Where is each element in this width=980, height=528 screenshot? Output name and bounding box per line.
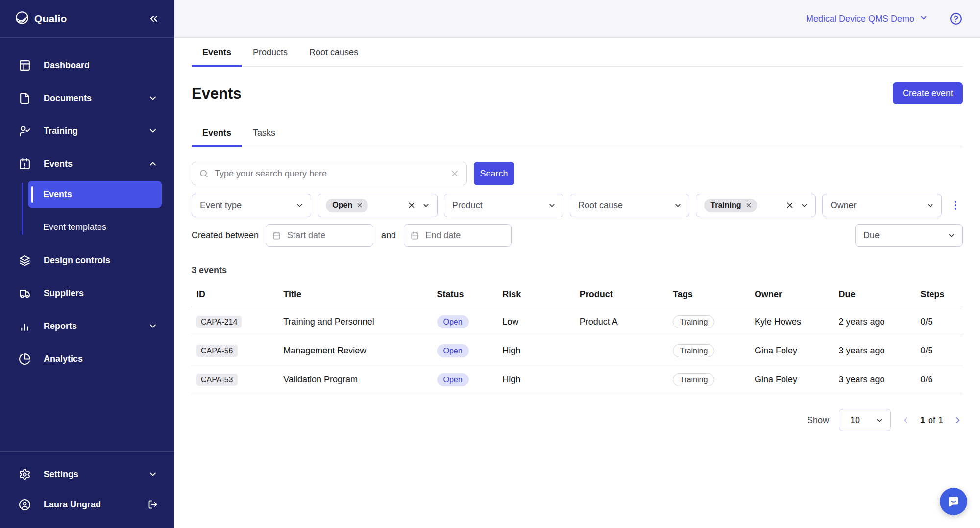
tab-root-causes[interactable]: Root causes bbox=[298, 38, 369, 66]
sidebar-subitem-events[interactable]: Events bbox=[28, 181, 162, 208]
page-separator: of bbox=[928, 415, 935, 426]
event-title[interactable]: Validation Program bbox=[283, 365, 437, 394]
start-date-input[interactable] bbox=[286, 230, 367, 241]
event-due: 3 years ago bbox=[839, 365, 921, 394]
event-id-badge: CAPA-56 bbox=[196, 345, 238, 357]
chevron-down-icon bbox=[148, 469, 158, 479]
search-box bbox=[192, 162, 467, 185]
sidebar-user-row[interactable]: Laura Ungrad bbox=[0, 492, 174, 517]
event-type-filter[interactable]: Event type bbox=[192, 194, 311, 217]
sidebar-header: Qualio bbox=[0, 0, 174, 38]
clear-search-icon[interactable] bbox=[450, 169, 460, 178]
help-icon[interactable] bbox=[950, 12, 962, 25]
status-badge: Open bbox=[437, 315, 469, 328]
sidebar-item-reports[interactable]: Reports bbox=[0, 313, 174, 339]
sidebar-item-events[interactable]: Events bbox=[0, 151, 174, 176]
sidebar-item-label: Documents bbox=[44, 93, 92, 103]
column-header-risk: Risk bbox=[502, 281, 579, 307]
event-id-badge: CAPA-214 bbox=[196, 316, 242, 328]
tab-products[interactable]: Products bbox=[242, 38, 298, 66]
filter-row: Event type Open Product bbox=[192, 194, 963, 217]
remove-chip-icon[interactable] bbox=[745, 202, 752, 209]
event-title[interactable]: Training and Personnel bbox=[283, 307, 437, 336]
table-row[interactable]: CAPA-53 Validation Program Open High Tra… bbox=[192, 365, 963, 394]
chevron-down-icon bbox=[148, 321, 158, 331]
root-cause-filter[interactable]: Root cause bbox=[570, 194, 689, 217]
org-name: Medical Device QMS Demo bbox=[806, 14, 914, 24]
clear-filter-icon[interactable] bbox=[407, 201, 416, 210]
and-label: and bbox=[381, 230, 396, 241]
subtab-tasks[interactable]: Tasks bbox=[242, 118, 286, 147]
sidebar-item-dashboard[interactable]: Dashboard bbox=[0, 52, 174, 78]
main-area: Medical Device QMS Demo Events Products … bbox=[174, 0, 980, 528]
previous-page-icon[interactable] bbox=[901, 415, 910, 425]
event-steps: 0/6 bbox=[920, 365, 963, 394]
column-header-tags: Tags bbox=[673, 281, 755, 307]
app-window: Qualio Dashboard Documents Training bbox=[0, 0, 980, 528]
sidebar-item-label: Analytics bbox=[44, 354, 83, 364]
sidebar-item-documents[interactable]: Documents bbox=[0, 85, 174, 111]
tag-chip: Training bbox=[673, 373, 714, 386]
page-head: Events Create event bbox=[192, 82, 963, 104]
event-steps: 0/5 bbox=[920, 336, 963, 365]
chevron-down-icon bbox=[926, 201, 934, 210]
chevron-down-icon bbox=[148, 126, 158, 136]
table-row[interactable]: CAPA-214 Training and Personnel Open Low… bbox=[192, 307, 963, 336]
events-submenu: Events Event templates bbox=[0, 181, 174, 241]
clear-filter-icon[interactable] bbox=[785, 201, 794, 210]
calendar-icon bbox=[410, 231, 419, 240]
sidebar-item-training[interactable]: Training bbox=[0, 118, 174, 144]
search-button[interactable]: Search bbox=[474, 162, 514, 185]
event-risk: High bbox=[502, 336, 579, 365]
chevron-down-icon bbox=[295, 201, 304, 210]
sidebar-subitem-label: Event templates bbox=[43, 222, 106, 232]
tags-filter[interactable]: Training bbox=[696, 194, 815, 217]
logout-icon[interactable] bbox=[148, 500, 158, 509]
product-filter[interactable]: Product bbox=[444, 194, 564, 217]
layers-icon bbox=[19, 254, 31, 267]
column-header-id: ID bbox=[192, 281, 283, 307]
filter-label: Owner bbox=[831, 201, 857, 211]
sidebar-item-suppliers[interactable]: Suppliers bbox=[0, 280, 174, 306]
filter-label: Event type bbox=[200, 201, 242, 211]
chip-label: Open bbox=[332, 201, 352, 210]
next-page-icon[interactable] bbox=[953, 415, 963, 425]
org-switcher[interactable]: Medical Device QMS Demo bbox=[806, 13, 928, 25]
subtab-events[interactable]: Events bbox=[192, 118, 242, 147]
sidebar-item-design-controls[interactable]: Design controls bbox=[0, 248, 174, 273]
sidebar: Qualio Dashboard Documents Training bbox=[0, 0, 174, 528]
table-header-row: ID Title Status Risk Product Tags Owner … bbox=[192, 281, 963, 307]
gear-icon bbox=[19, 468, 31, 480]
events-count: 3 events bbox=[192, 265, 963, 276]
page-content: Events Products Root causes Events Creat… bbox=[174, 38, 980, 528]
create-event-button[interactable]: Create event bbox=[893, 82, 963, 104]
chevron-down-icon bbox=[422, 201, 430, 210]
due-filter[interactable]: Due bbox=[855, 224, 963, 247]
owner-filter[interactable]: Owner bbox=[822, 194, 942, 217]
topbar: Medical Device QMS Demo bbox=[174, 0, 980, 38]
tab-events[interactable]: Events bbox=[192, 38, 242, 66]
more-filters-kebab-icon[interactable] bbox=[948, 200, 963, 211]
sidebar-collapse-icon[interactable] bbox=[148, 13, 160, 25]
table-row[interactable]: CAPA-56 Management Review Open High Trai… bbox=[192, 336, 963, 365]
sidebar-item-settings[interactable]: Settings bbox=[0, 461, 174, 487]
remove-chip-icon[interactable] bbox=[356, 202, 363, 209]
status-filter[interactable]: Open bbox=[318, 194, 437, 217]
sidebar-subitem-event-templates[interactable]: Event templates bbox=[28, 214, 162, 241]
sidebar-item-label: Design controls bbox=[44, 255, 110, 266]
sidebar-item-label: Dashboard bbox=[44, 60, 90, 71]
page-size-select[interactable]: 10 bbox=[839, 409, 891, 431]
end-date-input[interactable] bbox=[424, 230, 505, 241]
column-header-due: Due bbox=[839, 281, 921, 307]
chevron-down-icon bbox=[548, 201, 556, 210]
brand: Qualio bbox=[15, 10, 67, 27]
search-row: Search bbox=[192, 162, 963, 185]
event-title[interactable]: Management Review bbox=[283, 336, 437, 365]
chat-widget-button[interactable] bbox=[940, 488, 967, 515]
search-icon bbox=[199, 169, 209, 178]
sidebar-item-analytics[interactable]: Analytics bbox=[0, 346, 174, 372]
chip-label: Training bbox=[710, 201, 741, 210]
total-pages: 1 bbox=[938, 415, 943, 426]
start-date-box bbox=[266, 224, 373, 247]
search-input[interactable] bbox=[214, 168, 445, 179]
